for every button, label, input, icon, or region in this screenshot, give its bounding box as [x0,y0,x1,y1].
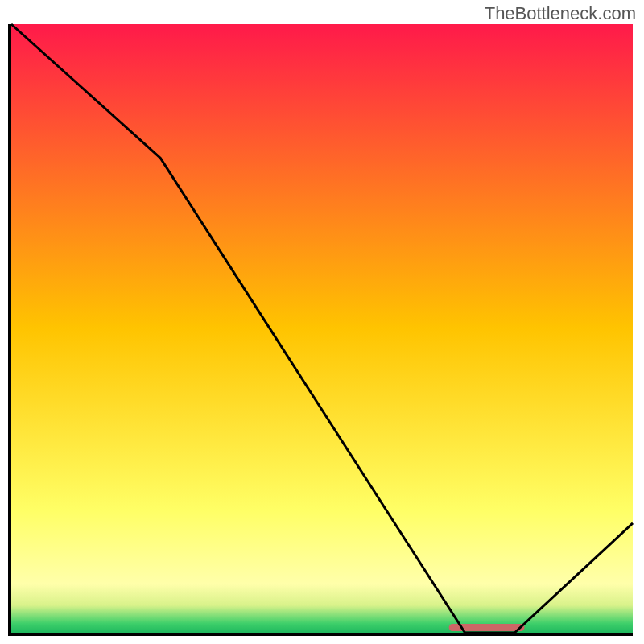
watermark-text: TheBottleneck.com [485,3,636,24]
chart-container: TheBottleneck.com [0,0,644,644]
bottleneck-chart [0,0,644,644]
chart-background-gradient [11,24,633,633]
